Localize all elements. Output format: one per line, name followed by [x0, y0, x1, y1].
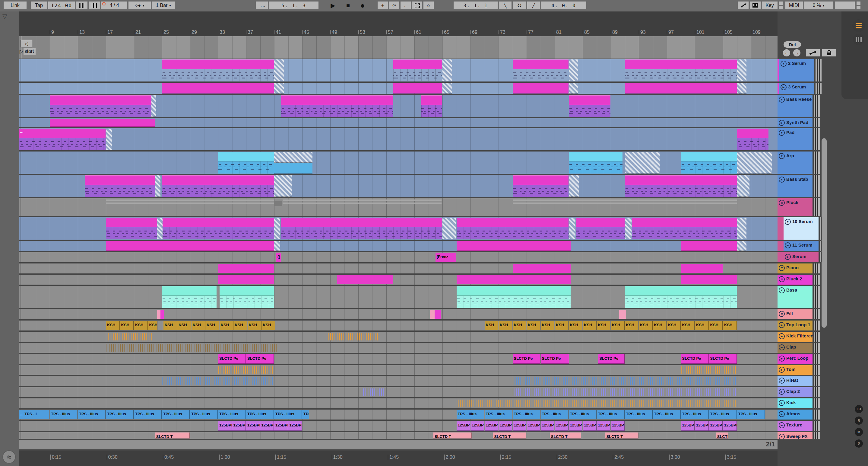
clip[interactable] — [513, 264, 570, 273]
clip[interactable] — [274, 217, 280, 239]
loop-button[interactable]: ↻ — [513, 1, 526, 9]
clip[interactable]: TPS - Illus — [625, 410, 653, 419]
clip[interactable]: TPS - Illus — [653, 410, 681, 419]
clip[interactable] — [569, 83, 579, 93]
clip[interactable]: KSH — [499, 321, 513, 330]
clip[interactable]: 125BPM — [485, 421, 499, 431]
overdub-button[interactable]: + — [378, 1, 388, 9]
clip[interactable]: TPS - Illus — [190, 410, 218, 419]
clip[interactable] — [457, 286, 570, 308]
clip[interactable] — [576, 217, 625, 239]
clip[interactable]: SLCTD T — [550, 433, 581, 439]
unfold-track-icon[interactable]: ▼ — [779, 96, 785, 103]
automation-arm-button[interactable]: ∞ — [389, 1, 399, 9]
clip[interactable]: ... — [19, 128, 105, 150]
lane-atmos[interactable]: ... TPS - ITPS - IllusTPS - IllusTPS - I… — [19, 410, 777, 419]
clip[interactable] — [220, 286, 274, 308]
clip[interactable]: TPS - Illus — [737, 410, 765, 419]
punch-selection-button[interactable] — [412, 1, 422, 9]
clip[interactable] — [625, 286, 737, 308]
fold-track-icon[interactable]: ▶ — [779, 389, 785, 395]
time-ruler[interactable]: 0:150:300:451:001:151:301:452:002:152:30… — [19, 451, 777, 466]
clip[interactable]: KSH — [106, 321, 120, 330]
clip[interactable]: 125BPM — [723, 421, 737, 431]
clip[interactable]: KSH — [625, 321, 639, 330]
clip[interactable]: KSH — [541, 321, 555, 330]
clip[interactable]: TPS - Illus — [218, 410, 246, 419]
computer-midi-keyboard-button[interactable] — [750, 1, 761, 9]
clip[interactable]: SLCTD Pe — [246, 354, 274, 364]
delete-button[interactable]: Del — [783, 41, 801, 48]
clip[interactable]: TPS — [302, 410, 309, 419]
clip[interactable] — [435, 310, 441, 319]
fold-track-icon[interactable]: ▶ — [779, 378, 785, 384]
clip[interactable] — [569, 95, 611, 117]
clip[interactable]: 125BPM — [232, 421, 246, 431]
clip[interactable]: 125BPM — [513, 421, 527, 431]
clip[interactable] — [457, 400, 737, 407]
clip[interactable]: 125BPM — [218, 421, 232, 431]
cpu-meter[interactable]: 0 %▾ — [804, 1, 833, 9]
draw-mode-button[interactable] — [738, 1, 749, 9]
clip[interactable] — [625, 175, 737, 197]
clip[interactable] — [274, 83, 284, 93]
clip[interactable] — [737, 175, 749, 197]
clip[interactable] — [737, 83, 747, 93]
group-icon[interactable]: ≡ — [779, 311, 785, 317]
clip[interactable]: SLCTD T — [605, 433, 639, 439]
clip[interactable]: ... TPS - I — [19, 410, 50, 419]
clip[interactable] — [625, 217, 632, 239]
lane-master[interactable]: 2/1 — [19, 440, 777, 449]
clip[interactable]: 125BPM — [288, 421, 302, 431]
clip[interactable]: 125BPM — [695, 421, 709, 431]
clip[interactable]: TPS - Illus — [485, 410, 513, 419]
clip[interactable] — [106, 128, 112, 150]
clip[interactable] — [283, 200, 441, 204]
clip[interactable] — [106, 241, 274, 251]
lane-pluck-2[interactable] — [19, 275, 777, 285]
lane-bass-reese[interactable] — [19, 95, 777, 117]
clip[interactable]: 125BPM — [583, 421, 596, 431]
unfold-track-icon[interactable]: ▼ — [779, 287, 785, 293]
clip[interactable]: KSH — [206, 321, 219, 330]
clip[interactable]: KSH — [513, 321, 527, 330]
clip[interactable]: 125BPM — [246, 421, 260, 431]
clip[interactable]: KSH — [681, 321, 695, 330]
clip[interactable]: 125BPM — [499, 421, 513, 431]
clip[interactable] — [513, 200, 737, 204]
clip[interactable] — [108, 333, 153, 341]
nav-back-button[interactable]: ← — [783, 49, 790, 56]
clip[interactable]: KSH — [555, 321, 568, 330]
clip[interactable] — [569, 175, 579, 197]
clip[interactable] — [625, 152, 660, 174]
fold-track-icon[interactable]: ▶ — [779, 422, 785, 428]
clip[interactable] — [106, 200, 274, 204]
lane-top-loop-1[interactable]: KSHKSHKSHKSHKSHKSHKSHKSHKSHKSHKSHKSHKSHK… — [19, 321, 777, 330]
lane-synth-pad[interactable] — [19, 118, 777, 127]
lane-hihat[interactable] — [19, 376, 777, 386]
clip[interactable]: TPS - Illus — [457, 410, 484, 419]
group-icon[interactable]: ≡ — [779, 265, 785, 271]
clip[interactable]: KSH — [723, 321, 737, 330]
clip[interactable]: 125BPM — [611, 421, 625, 431]
fold-track-icon[interactable]: ▶ — [785, 242, 791, 249]
arrangement-position-display[interactable]: 5. 1. 3 — [269, 1, 318, 9]
clip[interactable]: KSH — [220, 321, 234, 330]
clip[interactable] — [681, 367, 737, 374]
clip[interactable] — [737, 241, 747, 251]
clip[interactable] — [513, 59, 568, 81]
fold-track-icon[interactable]: ▶ — [779, 120, 785, 126]
track-header-synth-pad[interactable]: ▶Synth Pad — [777, 118, 868, 127]
clip[interactable]: 125BPM — [709, 421, 723, 431]
clip[interactable]: SLCTD Pe — [681, 354, 709, 364]
clip[interactable]: SLCTD Pe — [709, 354, 737, 364]
clip[interactable] — [155, 175, 160, 197]
lane-perc-loop[interactable]: SLCTD PeSLCTD PeSLCTD PeSLCTD PeSLCTD Pe… — [19, 354, 777, 364]
show-mixer-toggle[interactable]: M — [855, 428, 863, 436]
clip[interactable]: KSH — [611, 321, 625, 330]
clip[interactable] — [327, 333, 378, 341]
clip[interactable]: KSH — [134, 321, 148, 330]
clip[interactable] — [737, 59, 747, 81]
clip[interactable] — [274, 201, 282, 206]
clip[interactable]: TPS - Illus — [513, 410, 540, 419]
